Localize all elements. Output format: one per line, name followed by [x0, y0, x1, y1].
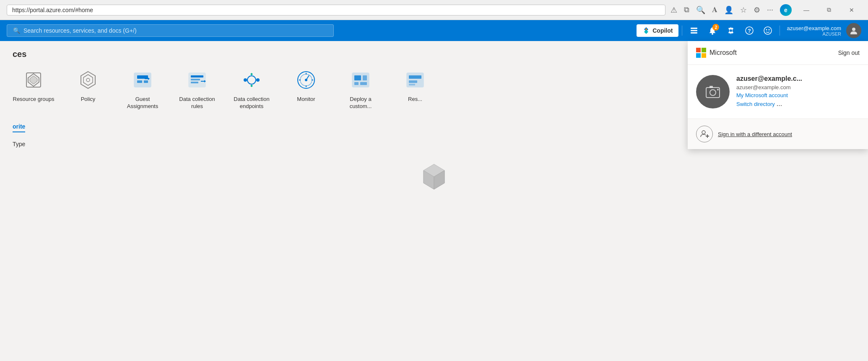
- svg-point-31: [247, 76, 256, 84]
- svg-rect-48: [363, 75, 367, 80]
- copilot-logo-icon: [642, 27, 650, 34]
- address-bar[interactable]: https://portal.azure.com/#home: [7, 5, 665, 15]
- close-button[interactable]: ✕: [842, 0, 861, 20]
- service-item-data-collection-endpoints[interactable]: Data collection endpoints: [231, 67, 273, 110]
- monitor-icon: [294, 67, 319, 93]
- my-microsoft-account-link[interactable]: My Microsoft account: [736, 92, 802, 98]
- svg-point-4: [712, 33, 713, 35]
- add-user-icon: [700, 129, 709, 139]
- data-collection-endpoints-label: Data collection endpoints: [231, 96, 273, 110]
- portal-menu-button[interactable]: [686, 22, 702, 39]
- svg-point-12: [852, 28, 855, 31]
- resource-icon: [403, 67, 428, 93]
- ellipsis-button[interactable]: ...: [777, 100, 782, 108]
- svg-rect-53: [409, 80, 417, 83]
- feedback-button[interactable]: [759, 22, 776, 39]
- resource-label: Res...: [408, 96, 422, 103]
- account-email-display: azuser@example.com: [736, 84, 802, 90]
- header-actions: Copilot 2: [637, 22, 861, 39]
- settings-button[interactable]: [722, 22, 739, 39]
- camera-icon: [704, 83, 722, 101]
- sign-out-button[interactable]: Sign out: [838, 49, 860, 56]
- guest-assignments-label: Guest Assignments: [122, 96, 164, 110]
- reader-icon: 𝐀: [712, 5, 717, 14]
- svg-marker-36: [250, 73, 253, 75]
- svg-point-6: [730, 29, 732, 32]
- svg-rect-47: [354, 75, 361, 80]
- service-item-data-collection-rules[interactable]: Data collection rules: [176, 67, 218, 110]
- settings-icon: ⚙: [754, 5, 760, 15]
- svg-marker-37: [250, 85, 253, 87]
- minimize-button[interactable]: —: [797, 0, 816, 20]
- header-divider-2: [780, 26, 780, 36]
- avatar-icon: [849, 26, 858, 35]
- maximize-button[interactable]: ⧉: [819, 0, 839, 20]
- svg-rect-54: [409, 84, 415, 85]
- tab-icon: ⧉: [684, 5, 689, 14]
- sign-in-different-label[interactable]: Sign in with a different account: [718, 131, 792, 137]
- microsoft-logo: Microsoft: [696, 48, 737, 58]
- user-name: AZUSER: [822, 31, 841, 36]
- monitor-label: Monitor: [297, 96, 315, 103]
- alert-icon: ⚠: [670, 5, 677, 15]
- settings-gear-icon: [727, 26, 735, 35]
- browser-controls: — ⧉ ✕: [797, 0, 861, 20]
- svg-marker-15: [30, 76, 37, 84]
- help-button[interactable]: ?: [741, 22, 758, 39]
- service-item-resource[interactable]: Res...: [394, 67, 436, 110]
- svg-rect-49: [354, 82, 359, 85]
- user-avatar[interactable]: [846, 23, 861, 38]
- svg-point-9: [764, 27, 772, 34]
- svg-rect-21: [137, 80, 142, 83]
- portal-header: 🔍 Search resources, services, and docs (…: [0, 20, 868, 41]
- svg-point-33: [256, 78, 260, 82]
- svg-rect-2: [691, 30, 697, 31]
- more-icon: ···: [767, 5, 773, 14]
- ms-logo-red: [696, 48, 701, 52]
- search-bar[interactable]: 🔍 Search resources, services, and docs (…: [7, 24, 334, 37]
- svg-point-63: [702, 131, 705, 134]
- star-icon: ☆: [740, 5, 747, 15]
- search-placeholder: Search resources, services, and docs (G+…: [23, 27, 137, 34]
- portal-body: ces Resource groups: [0, 41, 868, 361]
- edge-logo: e: [780, 4, 792, 16]
- service-item-policy[interactable]: Policy: [67, 67, 109, 110]
- favorite-tab[interactable]: orite: [13, 123, 25, 132]
- deploy-custom-icon: [348, 67, 373, 93]
- account-avatar: [696, 75, 730, 108]
- svg-rect-28: [191, 82, 198, 83]
- service-item-monitor[interactable]: Monitor: [285, 67, 327, 110]
- resource-cube-icon: [417, 160, 451, 193]
- help-icon: ?: [745, 26, 754, 35]
- svg-rect-20: [137, 75, 148, 79]
- zoom-icon: 🔍: [696, 5, 705, 15]
- resource-groups-icon: [21, 67, 46, 93]
- account-panel: Microsoft Sign out azuser@example.c... a…: [688, 41, 868, 149]
- notification-badge: 2: [712, 24, 719, 31]
- data-collection-rules-icon: [185, 67, 210, 93]
- data-collection-rules-label: Data collection rules: [176, 96, 218, 110]
- svg-marker-16: [81, 72, 95, 88]
- svg-point-11: [769, 29, 770, 31]
- add-account-icon: [696, 126, 713, 142]
- svg-text:?: ?: [748, 28, 751, 34]
- switch-directory-link[interactable]: Switch directory: [736, 101, 775, 107]
- copilot-button[interactable]: Copilot: [637, 24, 678, 37]
- resource-groups-label: Resource groups: [13, 96, 55, 103]
- user-info[interactable]: azuser@example.com AZUSER: [783, 23, 845, 38]
- service-item-resource-groups[interactable]: Resource groups: [13, 67, 55, 110]
- ms-logo-green: [702, 48, 706, 52]
- service-item-deploy-custom[interactable]: Deploy a custom...: [340, 67, 382, 110]
- svg-point-18: [86, 78, 90, 82]
- svg-line-45: [306, 75, 309, 80]
- service-item-guest-assignments[interactable]: Guest Assignments: [122, 67, 164, 110]
- account-details: azuser@example.c... azuser@example.com M…: [736, 75, 802, 108]
- sign-in-different-section[interactable]: Sign in with a different account: [688, 119, 868, 149]
- svg-rect-50: [360, 82, 367, 85]
- notifications-button[interactable]: 2: [704, 22, 721, 39]
- data-collection-endpoints-icon: [239, 67, 264, 93]
- user-email: azuser@example.com: [787, 25, 841, 31]
- svg-point-60: [710, 90, 716, 95]
- svg-rect-26: [191, 75, 203, 77]
- policy-icon: [75, 67, 101, 93]
